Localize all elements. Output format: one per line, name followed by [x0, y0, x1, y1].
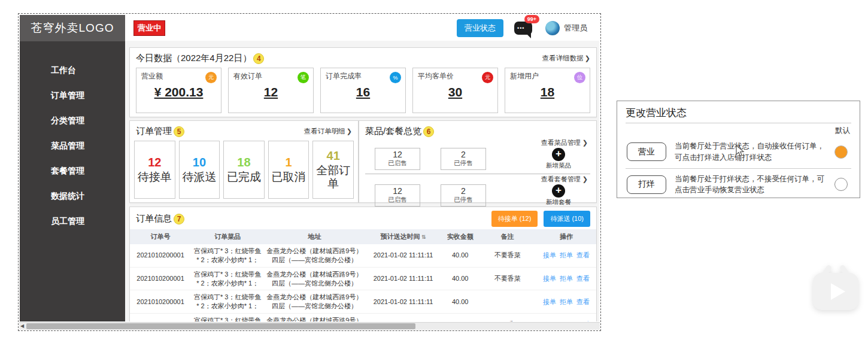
- open-status-button[interactable]: 营业: [627, 142, 666, 161]
- accept-link[interactable]: 接单: [543, 275, 556, 282]
- unit-badge-new-users: 位: [574, 72, 585, 83]
- cell-remark: 不要香菜: [479, 314, 536, 321]
- user-menu[interactable]: 管理员: [545, 21, 587, 35]
- reject-link[interactable]: 拒单: [560, 251, 573, 259]
- on-sale-count: 12: [375, 186, 420, 196]
- accept-link[interactable]: 接单: [543, 321, 556, 321]
- cell-address: 金燕龙办公楼（建材城西路9号）四层（——宾馆北侧办公楼）: [264, 290, 365, 314]
- off-sale-count: 2: [441, 150, 485, 159]
- reject-link[interactable]: 拒单: [560, 298, 573, 305]
- horizontal-scrollbar[interactable]: ◀: [19, 322, 600, 330]
- on-sale-label: 已启售: [375, 196, 420, 204]
- sidebar-item-combo-management[interactable]: 套餐管理: [20, 160, 125, 183]
- unit-badge-completion-rate: %: [390, 72, 401, 83]
- column-header-time[interactable]: 预计送达时间 ⇅: [365, 229, 441, 244]
- column-header-order-no: 订单号: [130, 229, 191, 244]
- stat-card-completion-rate: 订单完成率%16: [320, 68, 406, 113]
- notifications-button[interactable]: ••• 99+: [514, 19, 535, 37]
- sidebar-item-employee-management[interactable]: 员工管理: [20, 210, 125, 233]
- stat-value: ¥ 200.13: [141, 85, 216, 99]
- open-radio[interactable]: [834, 145, 848, 159]
- pending-accept-tab[interactable]: 待接单 (12): [491, 211, 538, 227]
- cell-time: 2021-01-02 11:11:11: [365, 267, 441, 290]
- order-count: 41: [327, 149, 340, 163]
- main-content: 今日数据（2022年4月22日） 4 查看详细数据 ❯ 营业额元¥ 200.13…: [125, 41, 599, 321]
- column-header-address: 地址: [264, 229, 365, 244]
- stat-card-new-users: 新增用户位18: [505, 68, 590, 113]
- cell-actions: 接单拒单查看: [536, 267, 596, 290]
- order-info-title: 订单信息: [136, 213, 172, 224]
- stat-value: 18: [510, 85, 585, 99]
- reject-link[interactable]: 拒单: [560, 321, 573, 321]
- column-header-amount: 实收金额: [442, 229, 479, 244]
- dish-combo-title: 菜品/套餐总览: [365, 126, 421, 137]
- stat-value: 12: [233, 85, 308, 99]
- table-row: 2021010200001宫保鸡丁* 3；红烧带鱼* 2；农家小炒肉* 1；金燕…: [130, 290, 596, 314]
- closed-radio[interactable]: [834, 178, 848, 191]
- view-order-detail-link[interactable]: 查看订单明细 ❯: [304, 127, 352, 136]
- sidebar-item-category-management[interactable]: 分类管理: [20, 110, 125, 132]
- view-dish-management-link[interactable]: 查看菜品管理 ❯: [359, 138, 596, 147]
- chevron-right-icon: ❯: [585, 54, 590, 62]
- order-card-completed[interactable]: 18已完成: [223, 141, 265, 199]
- cell-dishes: 宫保鸡丁* 3；红烧带鱼* 2；农家小炒肉* 1；: [191, 290, 264, 314]
- add-label: 新增套餐: [546, 198, 571, 207]
- business-status-button[interactable]: 营业状态: [457, 19, 503, 37]
- order-count: 18: [237, 156, 250, 169]
- combo-on-sale-box: 12已启售: [375, 184, 420, 207]
- column-header-dishes: 订单菜品: [191, 229, 264, 244]
- table-row: 2021010200001宫保鸡丁* 3；红烧带鱼* 2；农家小炒肉* 1；金燕…: [130, 244, 596, 267]
- app-window: 苍穹外卖LOGO 工作台订单管理分类管理菜品管理套餐管理数据统计员工管理 营业中…: [18, 13, 601, 331]
- accept-link[interactable]: 接单: [543, 298, 556, 305]
- sidebar-item-order-management[interactable]: 订单管理: [20, 84, 125, 107]
- avatar: [545, 21, 560, 35]
- cell-order-no: 2021010200001: [130, 290, 191, 314]
- order-info-panel: 订单信息 7 待接单 (12) 待派送 (10) 订单号订单菜品地址预计送达时间…: [129, 207, 597, 321]
- scrollbar-thumb[interactable]: [26, 323, 415, 329]
- cell-order-no: 2021010200001: [130, 314, 191, 321]
- on-sale-label: 已启售: [375, 159, 420, 168]
- accept-link[interactable]: 接单: [543, 251, 556, 259]
- add-combo-button[interactable]: +新增套餐: [546, 184, 571, 207]
- sidebar-item-dish-management[interactable]: 菜品管理: [20, 135, 125, 157]
- add-dish-button[interactable]: +新增菜品: [546, 148, 571, 170]
- reject-link[interactable]: 拒单: [560, 275, 573, 282]
- sidebar-menu: 工作台订单管理分类管理菜品管理套餐管理数据统计员工管理: [20, 41, 125, 233]
- notification-count-badge: 99+: [524, 15, 539, 23]
- view-link[interactable]: 查看: [576, 321, 590, 321]
- closed-status-button[interactable]: 打烊: [627, 175, 666, 194]
- column-header-actions: 操作: [536, 229, 596, 244]
- change-status-title: 更改营业状态: [626, 106, 851, 123]
- sort-icon[interactable]: ⇅: [420, 234, 426, 240]
- plus-icon: +: [552, 148, 565, 161]
- view-link[interactable]: 查看: [576, 251, 590, 259]
- unit-badge-revenue: 元: [205, 72, 217, 83]
- view-detail-data-link[interactable]: 查看详细数据 ❯: [542, 54, 590, 63]
- cell-dishes: 宫保鸡丁* 3；红烧带鱼* 2；农家小炒肉* 1；: [191, 267, 264, 290]
- cell-amount: 40.00: [442, 290, 479, 314]
- orders-table-header: 订单号订单菜品地址预计送达时间 ⇅实收金额备注操作: [130, 229, 596, 244]
- order-card-pending-accept[interactable]: 12待接单: [134, 141, 175, 199]
- view-link[interactable]: 查看: [576, 298, 590, 305]
- step-badge-4: 4: [253, 53, 264, 64]
- on-sale-count: 12: [375, 150, 420, 159]
- column-header-remark: 备注: [479, 229, 536, 244]
- pending-deliver-tab[interactable]: 待派送 (10): [544, 211, 590, 227]
- view-combo-management-link[interactable]: 查看套餐管理 ❯: [359, 174, 596, 184]
- view-link[interactable]: 查看: [576, 275, 590, 282]
- sidebar-item-workbench[interactable]: 工作台: [20, 59, 125, 82]
- open-status-badge: 营业中: [133, 20, 165, 36]
- chat-bubble-icon: •••: [514, 22, 532, 35]
- order-card-label: 已完成: [227, 171, 261, 184]
- order-card-pending-deliver[interactable]: 10待派送: [179, 141, 220, 199]
- sidebar-item-data-statistics[interactable]: 数据统计: [20, 185, 125, 208]
- cell-time: 2021-01-02 11:11:11: [365, 290, 441, 314]
- order-management-title: 订单管理: [136, 126, 172, 137]
- default-label: 默认: [626, 123, 851, 136]
- off-sale-label: 已停售: [441, 159, 485, 168]
- order-card-all-orders[interactable]: 41全部订单: [312, 141, 354, 199]
- combo-overview-row: 12已启售2已停售+新增套餐: [359, 184, 596, 208]
- off-sale-label: 已停售: [441, 196, 485, 204]
- order-card-cancelled[interactable]: 1已取消: [268, 141, 309, 199]
- scroll-left-arrow-icon[interactable]: ◀: [20, 323, 24, 329]
